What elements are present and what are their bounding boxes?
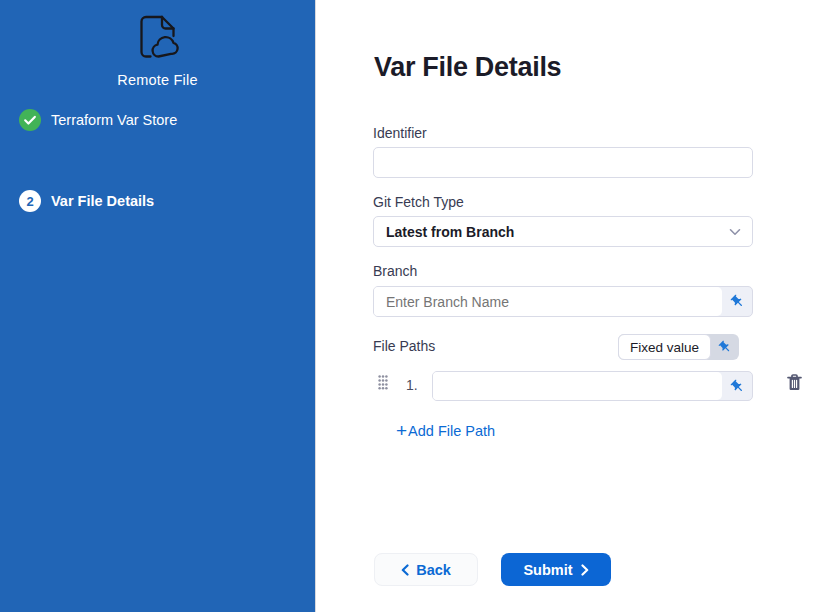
back-button[interactable]: Back — [374, 553, 478, 586]
submit-button-label: Submit — [523, 562, 572, 578]
delete-file-path-button[interactable] — [784, 372, 804, 392]
identifier-input[interactable] — [373, 147, 753, 178]
chevron-down-icon — [729, 228, 741, 236]
sidebar-step-var-file-details[interactable]: 2 Var File Details — [19, 190, 154, 212]
file-path-pin-icon[interactable] — [722, 372, 752, 400]
check-circle-icon — [19, 109, 41, 131]
sidebar-step-terraform-var-store[interactable]: Terraform Var Store — [19, 109, 177, 131]
page-title: Var File Details — [374, 52, 561, 83]
wizard-sidebar: Remote File Terraform Var Store 2 Var Fi… — [0, 0, 316, 612]
chevron-right-icon — [581, 564, 589, 576]
sidebar-step-label: Terraform Var Store — [51, 112, 177, 128]
add-file-path-label: Add File Path — [408, 423, 495, 439]
back-button-label: Back — [416, 562, 451, 578]
branch-label: Branch — [373, 263, 417, 279]
plus-icon: + — [396, 423, 407, 439]
step-number-badge: 2 — [19, 190, 41, 212]
file-path-row-index: 1. — [406, 377, 418, 393]
remote-file-cloud-icon — [135, 14, 181, 64]
file-path-input-group — [432, 371, 753, 401]
git-fetch-type-select[interactable]: Latest from Branch — [373, 216, 753, 247]
sidebar-step-label: Var File Details — [51, 193, 154, 209]
file-path-input[interactable] — [433, 372, 722, 400]
chevron-left-icon — [401, 564, 409, 576]
add-file-path-button[interactable]: + Add File Path — [396, 423, 495, 439]
trash-icon — [787, 374, 802, 391]
store-type-label: Remote File — [117, 72, 197, 88]
file-paths-type-selector[interactable]: Fixed value — [618, 334, 739, 360]
drag-handle-icon[interactable] — [378, 375, 388, 390]
branch-input-group — [373, 286, 753, 317]
branch-input[interactable] — [374, 287, 722, 316]
git-fetch-type-value: Latest from Branch — [386, 224, 514, 240]
git-fetch-type-label: Git Fetch Type — [373, 194, 464, 210]
submit-button[interactable]: Submit — [501, 553, 611, 586]
file-paths-label: File Paths — [373, 338, 435, 354]
file-paths-pin-icon[interactable] — [711, 334, 739, 360]
fixed-value-button[interactable]: Fixed value — [618, 334, 711, 360]
identifier-label: Identifier — [373, 125, 427, 141]
store-type-header: Remote File — [0, 14, 315, 88]
branch-pin-icon[interactable] — [722, 287, 752, 316]
var-file-details-panel: Var File Details Identifier Git Fetch Ty… — [316, 0, 836, 612]
